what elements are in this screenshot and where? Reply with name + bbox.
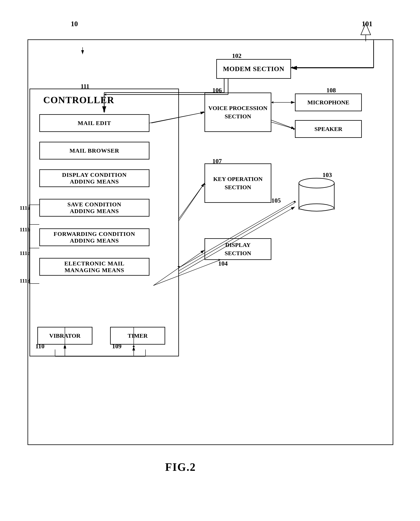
modem-section-box: MODEM SECTION (216, 59, 291, 79)
ref-label-111c: 111c (20, 250, 30, 256)
modem-section-label: MODEM SECTION (223, 65, 284, 73)
mail-browser-box: MAIL BROWSER (39, 142, 150, 159)
ref-label-108: 108 (326, 87, 336, 94)
ref-label-105: 105 (271, 197, 281, 204)
figure-caption: FIG.2 (165, 461, 196, 473)
antenna-symbol (358, 22, 374, 42)
speaker-box: SPEAKER (295, 120, 362, 138)
mail-edit-box: MAIL EDIT (39, 114, 150, 132)
electronic-mail-box: ELECTRONIC MAIL MANAGING MEANS (39, 258, 150, 276)
voice-procession-label: VOICE PROCESSION SECTION (208, 104, 267, 121)
electronic-mail-label: ELECTRONIC MAIL MANAGING MEANS (64, 260, 124, 273)
forwarding-condition-box: FORWARDING CONDITION ADDING MEANS (39, 228, 150, 246)
vibrator-label: VIBRATOR (49, 332, 81, 339)
controller-label: CONTROLLER (43, 94, 114, 105)
ref-label-111d: 111d (20, 278, 30, 284)
display-condition-label: DISPLAY CONDITION ADDING MEANS (62, 171, 127, 185)
key-operation-label: KEY OPERATION SECTION (213, 175, 263, 191)
mail-browser-label: MAIL BROWSER (70, 147, 119, 154)
display-section-label: DISPLAY SECTION (225, 241, 251, 257)
timer-box: TIMER (110, 327, 165, 345)
ref-label-111b: 111b (20, 226, 30, 233)
key-operation-box: KEY OPERATION SECTION (204, 163, 271, 203)
display-condition-box: DISPLAY CONDITION ADDING MEANS (39, 169, 150, 187)
ref-label-104: 104 (218, 260, 228, 267)
vibrator-box: VIBRATOR (37, 327, 92, 345)
ref-label-111: 111 (81, 83, 89, 90)
svg-rect-5 (299, 209, 334, 213)
svg-marker-0 (361, 23, 371, 35)
forwarding-condition-label: FORWARDING CONDITION ADDING MEANS (54, 231, 135, 244)
save-condition-box: SAVE CONDITION ADDING MEANS (39, 199, 150, 217)
ref-label-102: 102 (232, 52, 241, 60)
svg-point-3 (299, 178, 334, 188)
speaker-label: SPEAKER (315, 126, 342, 132)
ref-label-111a: 111a (20, 205, 30, 211)
memory-cylinder: MEMORY (295, 177, 338, 213)
timer-label: TIMER (128, 332, 148, 339)
mail-edit-label: MAIL EDIT (78, 120, 111, 126)
microphone-label: MICROPHONE (307, 99, 349, 106)
microphone-box: MICROPHONE (295, 93, 362, 111)
save-condition-label: SAVE CONDITION ADDING MEANS (68, 201, 121, 214)
display-section-box: DISPLAY SECTION (204, 238, 271, 260)
ref-label-10: 10 (71, 20, 78, 28)
voice-procession-box: VOICE PROCESSION SECTION (204, 93, 271, 132)
